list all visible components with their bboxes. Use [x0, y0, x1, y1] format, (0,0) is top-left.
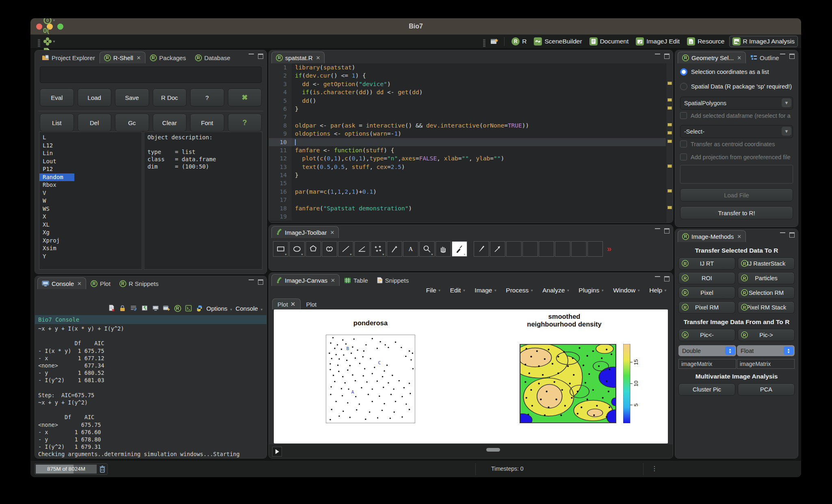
word-wrap-icon[interactable]: [130, 304, 138, 312]
minimize-icon[interactable]: [655, 228, 660, 233]
canvas-tab-snippets[interactable]: Snippets: [373, 274, 413, 286]
r-object-v[interactable]: V: [39, 189, 142, 197]
annotation-marker[interactable]: [667, 131, 672, 134]
plot-canvas[interactable]: ponderosa BCA smoothed neighbourhood den…: [274, 309, 668, 443]
close-icon[interactable]: ✕: [331, 277, 335, 283]
code-line-11[interactable]: 11fanfare <- function(stuff) {: [269, 146, 673, 154]
pin-console-icon[interactable]: [141, 304, 149, 312]
maximize-icon[interactable]: [664, 276, 670, 281]
maximize-icon[interactable]: [664, 228, 670, 234]
point-tool[interactable]: ▼: [370, 241, 386, 257]
close-icon[interactable]: ✕: [316, 55, 321, 61]
trash-icon[interactable]: [98, 465, 106, 474]
menu-process[interactable]: Process▼: [506, 287, 533, 294]
r-object-xproj[interactable]: Xproj: [39, 237, 142, 245]
circled-zero-icon[interactable]: 0▼: [43, 18, 56, 26]
float-select[interactable]: Float ▲▼: [737, 345, 795, 356]
options-dropdown[interactable]: Options ▼: [206, 305, 233, 312]
zoom-tool[interactable]: ▼: [419, 241, 435, 257]
chevron-down-icon[interactable]: ▼: [782, 127, 791, 136]
radio-on-icon[interactable]: [680, 68, 687, 76]
r-object-ws[interactable]: WS: [39, 205, 142, 213]
minimize-icon[interactable]: [780, 54, 785, 58]
oval-tool[interactable]: ▼: [289, 241, 305, 257]
code-line-8[interactable]: 8oldpar <- par(ask = interactive() && de…: [269, 121, 673, 130]
console-tab-r-snippets[interactable]: RR Snippets: [115, 277, 163, 289]
r-object-xsim[interactable]: Xsim: [39, 244, 142, 253]
button-pixel-rm-stack[interactable]: RPixel RM Stack: [738, 301, 795, 314]
checkbox-add-dataframe[interactable]: Add selected dataframe (reselect for a: [680, 112, 793, 119]
angle-tool[interactable]: [354, 241, 370, 257]
annotation-marker[interactable]: [667, 82, 672, 85]
perspective-document[interactable]: Document: [587, 36, 632, 47]
code-line-12[interactable]: 12 plot(c(0,1),c(0,1),type="n",axes=FALS…: [269, 154, 673, 162]
geometry-tab-geometry-sel-[interactable]: RGeometry Sel...✕: [678, 52, 746, 63]
button-particles[interactable]: RParticles: [738, 272, 795, 284]
minimize-icon[interactable]: [780, 232, 785, 237]
perspective-r-imagej-analysis[interactable]: RR ImageJ Analysis: [729, 36, 798, 47]
code-line-6[interactable]: 6}: [269, 105, 673, 113]
code-editor[interactable]: 1library(spatstat)2if(dev.cur() <= 1) {3…: [269, 63, 673, 223]
shell-console-icon[interactable]: [184, 304, 193, 312]
menu-help[interactable]: Help▼: [649, 287, 667, 294]
geometry-tab-outline[interactable]: Outline: [746, 52, 784, 63]
maximize-icon[interactable]: [789, 54, 795, 59]
code-line-17[interactable]: 17: [269, 196, 673, 204]
console-dropdown[interactable]: Console ▼: [236, 305, 263, 312]
projection-file-field[interactable]: [680, 165, 793, 184]
radio-selection-coordinates[interactable]: Selection coordinates as a list: [680, 68, 793, 76]
r-object-x[interactable]: X: [39, 213, 142, 221]
menu-analyze[interactable]: Analyze▼: [542, 287, 570, 294]
code-line-18[interactable]: 18fanfare("Spatstat demonstration"): [269, 204, 673, 212]
close-icon[interactable]: ✕: [737, 55, 741, 61]
horizontal-scrollbar[interactable]: [486, 448, 500, 452]
hand-tool[interactable]: [436, 241, 451, 257]
console-output[interactable]: ~x + y + I(x * y) + I(y^2) Df AIC- I(x *…: [35, 324, 266, 458]
kebab-menu-icon[interactable]: ⋮: [651, 465, 658, 472]
r-object-y[interactable]: Y: [39, 253, 142, 261]
dataframe-select[interactable]: -Select- ▼: [680, 125, 793, 138]
rshell2-clear[interactable]: Clear: [153, 114, 187, 132]
menu-window[interactable]: Window▼: [613, 287, 640, 294]
code-line-5[interactable]: 5 dd(): [269, 97, 673, 105]
updown-chevron-icon[interactable]: ▲▼: [725, 346, 735, 355]
button-pca[interactable]: PCA: [738, 383, 795, 396]
empty-tool-slot[interactable]: [587, 241, 603, 257]
heap-indicator[interactable]: 875M of 8024M: [36, 465, 97, 474]
freehand-tool[interactable]: [322, 241, 337, 257]
console-tab-plot[interactable]: RPlot: [86, 277, 115, 289]
chevron-down-icon[interactable]: ▼: [782, 98, 791, 107]
updown-chevron-icon[interactable]: ▲▼: [784, 346, 793, 355]
rshell1-help[interactable]: ?: [190, 89, 224, 106]
double-select[interactable]: Double ▲▼: [678, 345, 736, 356]
maximize-icon[interactable]: [789, 232, 795, 238]
python-console-icon[interactable]: [195, 304, 204, 312]
button-cluster-pic[interactable]: Cluster Pic: [678, 383, 735, 396]
open-console-icon[interactable]: [162, 304, 171, 312]
radio-spatial-data[interactable]: Spatial Data (R package 'sp' required!): [680, 83, 793, 90]
annotation-marker[interactable]: [667, 140, 672, 143]
image-matrix-field-right[interactable]: imageMatrix: [737, 359, 795, 369]
close-icon[interactable]: ✕: [136, 55, 141, 61]
code-line-7[interactable]: 7: [269, 113, 673, 121]
plot-tab-2[interactable]: Plot: [301, 299, 322, 309]
annotation-marker[interactable]: [667, 123, 672, 126]
checkbox-icon[interactable]: [680, 154, 687, 160]
empty-tool-slot[interactable]: [571, 241, 587, 257]
maximize-icon[interactable]: [664, 54, 670, 59]
r-object-p12[interactable]: P12: [39, 165, 142, 173]
close-icon[interactable]: ✕: [737, 234, 741, 240]
code-line-2[interactable]: 2if(dev.cur() <= 1) {: [269, 71, 673, 80]
menu-image[interactable]: Image▼: [474, 287, 497, 294]
play-button[interactable]: [272, 447, 282, 456]
tab-imagej-toolbar[interactable]: ImageJ-Toolbar ✕: [271, 226, 339, 238]
picker-tool[interactable]: ▼: [452, 241, 467, 257]
button-pic-[interactable]: RPic->: [738, 329, 795, 341]
code-line-16[interactable]: 16par(mar=c(1,1,2,1)+0.1): [269, 188, 673, 196]
rshell1-r-doc[interactable]: R Doc: [153, 89, 187, 106]
scroll-lock-icon[interactable]: [119, 304, 127, 312]
button-selection-rm[interactable]: RSelection RM: [738, 287, 795, 299]
dropdown-arrow-icon[interactable]: ▼: [52, 19, 56, 22]
brush-tool[interactable]: [474, 241, 489, 257]
close-icon[interactable]: ✕: [330, 229, 334, 236]
